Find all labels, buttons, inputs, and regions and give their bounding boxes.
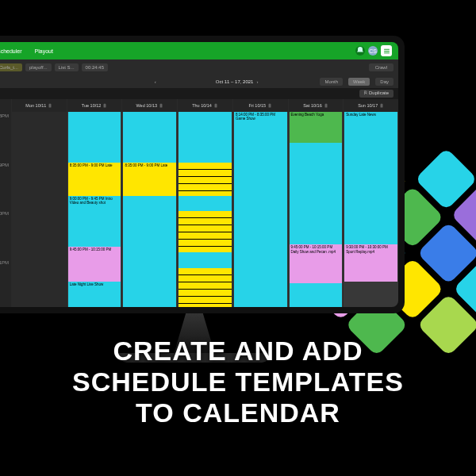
time-label: 11PM bbox=[0, 259, 11, 308]
menu-icon[interactable] bbox=[381, 45, 392, 56]
day-slots[interactable]: 8:35:00 PM - 9:00 PM Late9:00:00 PM - 9:… bbox=[67, 112, 122, 307]
date-nav-bar: ‹ Oct 11 – 17, 2021 › Month Week Day bbox=[0, 75, 398, 88]
day-slots[interactable] bbox=[178, 112, 232, 307]
day-header[interactable]: Tue 10/12 bbox=[67, 99, 122, 112]
day-column[interactable]: Mon 10/11 bbox=[11, 99, 67, 307]
screen: Scheduler Playout CS Curls_t... playoff.… bbox=[0, 42, 398, 307]
view-week[interactable]: Week bbox=[348, 78, 370, 86]
view-month[interactable]: Month bbox=[320, 78, 343, 86]
schedule-event[interactable]: 9:00:00 PM - 9:45 PM Intro Video and Bea… bbox=[68, 196, 121, 247]
overlay-line3: TO CALENDAR bbox=[0, 397, 476, 428]
schedule-event[interactable]: 9:45:00 PM - 10:15:00 PM bbox=[68, 247, 121, 282]
duplicate-bar: ⎘ Duplicate bbox=[0, 88, 398, 99]
overlay-title: CREATE AND ADD SCHEDULE TEMPLATES TO CAL… bbox=[0, 336, 476, 428]
schedule-event[interactable]: 9:45:00 PM - 10:15:00 PM Daily Show and … bbox=[290, 244, 343, 283]
schedule-event[interactable] bbox=[234, 163, 287, 307]
day-header[interactable]: Mon 10/11 bbox=[12, 99, 67, 112]
schedule-event[interactable] bbox=[123, 112, 176, 163]
schedule-event[interactable]: Sunday Late News bbox=[344, 112, 397, 136]
chip-list[interactable]: List S... bbox=[55, 63, 79, 71]
schedule-event[interactable]: Late Night Live Show bbox=[68, 282, 121, 307]
chip-curls[interactable]: Curls_t... bbox=[0, 63, 22, 71]
user-avatar[interactable]: CS bbox=[368, 46, 378, 56]
time-label: 10PM bbox=[0, 209, 11, 259]
day-column[interactable]: Sat 10/16Evening Beach Yoga9:45:00 PM - … bbox=[288, 99, 344, 307]
view-day[interactable]: Day bbox=[375, 78, 393, 86]
schedule-event[interactable] bbox=[68, 112, 121, 163]
duplicate-button[interactable]: ⎘ Duplicate bbox=[359, 90, 393, 98]
schedule-event[interactable] bbox=[178, 163, 232, 196]
day-slots[interactable]: 8:35:00 PM - 9:00 PM Late bbox=[122, 112, 177, 307]
day-column[interactable]: Fri 10/158:14:00 PM - 8:35:00 PM Game Sh… bbox=[232, 99, 288, 307]
schedule-event[interactable] bbox=[178, 268, 232, 307]
chip-duration[interactable]: 00:24:45 bbox=[82, 63, 108, 71]
day-header[interactable]: Thu 10/14 bbox=[178, 99, 232, 112]
schedule-event[interactable] bbox=[178, 252, 232, 268]
schedule-event[interactable] bbox=[344, 136, 397, 245]
nav-playout[interactable]: Playout bbox=[35, 48, 53, 54]
nav-scheduler[interactable]: Scheduler bbox=[0, 48, 22, 54]
day-slots[interactable]: 8:14:00 PM - 8:35:00 PM Game Show bbox=[233, 112, 288, 307]
monitor-frame: Scheduler Playout CS Curls_t... playoff.… bbox=[0, 36, 405, 313]
schedule-event[interactable] bbox=[123, 196, 176, 307]
schedule-event[interactable] bbox=[290, 283, 343, 307]
crawl-button[interactable]: Crawl bbox=[369, 63, 393, 71]
day-column[interactable]: Sun 10/17Sunday Late News9:30:00 PM - 10… bbox=[343, 99, 398, 307]
day-slots[interactable]: Sunday Late News9:30:00 PM - 10:30:00 PM… bbox=[344, 112, 398, 307]
schedule-event[interactable] bbox=[290, 143, 343, 244]
day-header[interactable]: Wed 10/13 bbox=[122, 99, 177, 112]
overlay-line1: CREATE AND ADD bbox=[0, 336, 476, 367]
overlay-line2: SCHEDULE TEMPLATES bbox=[0, 367, 476, 397]
schedule-event[interactable] bbox=[178, 112, 232, 163]
top-nav-bar: Scheduler Playout CS bbox=[0, 42, 398, 60]
day-column[interactable]: Tue 10/128:35:00 PM - 9:00 PM Late9:00:0… bbox=[67, 99, 122, 307]
schedule-event[interactable]: 8:35:00 PM - 9:00 PM Late bbox=[68, 163, 121, 196]
date-range-label[interactable]: Oct 11 – 17, 2021 bbox=[216, 79, 254, 84]
day-header[interactable]: Sun 10/17 bbox=[344, 99, 398, 112]
schedule-event[interactable] bbox=[178, 211, 232, 252]
schedule-event[interactable] bbox=[178, 196, 232, 212]
prev-week-icon[interactable]: ‹ bbox=[155, 79, 156, 84]
schedule-event[interactable]: 8:35:00 PM - 9:00 PM Late bbox=[123, 163, 176, 196]
bell-icon[interactable] bbox=[355, 46, 365, 56]
schedule-event[interactable]: Evening Beach Yoga bbox=[290, 112, 343, 143]
day-slots[interactable] bbox=[12, 112, 67, 307]
next-week-icon[interactable]: › bbox=[256, 79, 258, 84]
calendar-grid: 8PM 9PM 10PM 11PM Mon 10/11Tue 10/128:35… bbox=[0, 99, 398, 307]
schedule-event[interactable]: 9:30:00 PM - 10:30:00 PM Sport Replay.mp… bbox=[344, 244, 397, 282]
day-header[interactable]: Fri 10/15 bbox=[233, 99, 288, 112]
time-label: 9PM bbox=[0, 161, 11, 210]
days-container: Mon 10/11Tue 10/128:35:00 PM - 9:00 PM L… bbox=[11, 99, 398, 307]
day-header[interactable]: Sat 10/16 bbox=[289, 99, 344, 112]
sub-toolbar: Curls_t... playoff... List S... 00:24:45… bbox=[0, 60, 398, 75]
schedule-event[interactable]: 8:14:00 PM - 8:35:00 PM Game Show bbox=[234, 112, 287, 163]
time-column: 8PM 9PM 10PM 11PM bbox=[0, 99, 11, 307]
day-slots[interactable]: Evening Beach Yoga9:45:00 PM - 10:15:00 … bbox=[289, 112, 344, 307]
day-column[interactable]: Thu 10/14 bbox=[177, 99, 232, 307]
day-column[interactable]: Wed 10/138:35:00 PM - 9:00 PM Late bbox=[121, 99, 177, 307]
time-label: 8PM bbox=[0, 112, 11, 161]
chip-playoff[interactable]: playoff... bbox=[25, 63, 52, 71]
